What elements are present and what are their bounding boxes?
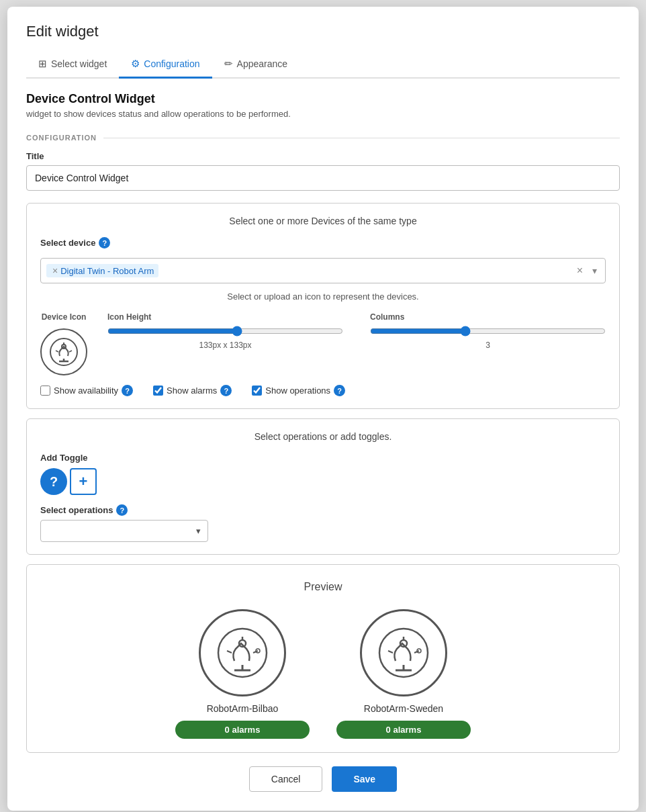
preview-title: Preview — [40, 581, 606, 593]
device-select-help-icon[interactable]: ? — [99, 237, 110, 249]
icon-preview-col: Device Icon — [40, 312, 87, 375]
device-select-row: Select device ? — [40, 237, 606, 249]
show-availability-checkbox[interactable] — [40, 386, 50, 396]
tab-select-widget[interactable]: ⊞ Select widget — [26, 52, 119, 79]
sliders-col: Icon Height 133px x 133px Columns 3 — [107, 312, 606, 350]
device-selection-card: Select one or more Devices of the same t… — [26, 203, 620, 409]
add-toggle-section: Add Toggle ? + — [40, 453, 606, 495]
select-ops-row: Select operations ? ▾ — [40, 504, 606, 542]
tag-dropdown-icon[interactable]: ▾ — [590, 265, 600, 276]
gear-icon: ⚙ — [131, 58, 140, 70]
preview-device-icon-1 — [360, 609, 447, 696]
preview-device-name-0: RobotArm-Bilbao — [207, 703, 279, 714]
svg-line-12 — [227, 651, 232, 653]
show-availability-checkbox-item: Show availability ? — [40, 385, 133, 396]
dialog-title: Edit widget — [26, 23, 620, 40]
preview-robot-arm-svg-1 — [377, 626, 430, 680]
icon-height-slider[interactable] — [107, 326, 343, 336]
title-input[interactable] — [26, 165, 620, 191]
tag-clear-icon[interactable]: × — [574, 265, 586, 277]
operations-card: Select operations or add toggles. Add To… — [26, 418, 620, 555]
device-icon-button[interactable] — [40, 328, 87, 375]
show-operations-checkbox[interactable] — [252, 386, 262, 396]
pencil-icon: ✏ — [224, 58, 233, 70]
svg-line-5 — [56, 351, 58, 352]
tag-close-icon[interactable]: × — [52, 265, 58, 276]
show-alarms-help-icon[interactable]: ? — [220, 385, 232, 396]
alarm-badge-1: 0 alarms — [336, 721, 471, 739]
title-field-label: Title — [26, 151, 620, 161]
icon-height-label: Icon Height — [107, 312, 343, 322]
device-select-label: Select device ? — [40, 237, 110, 249]
columns-slider-group: Columns 3 — [370, 312, 606, 350]
icon-height-slider-group: Icon Height 133px x 133px — [107, 312, 343, 350]
tab-configuration[interactable]: ⚙ Configuration — [119, 52, 212, 79]
preview-card: Preview RobotArm-Bilba — [26, 564, 620, 753]
device-section-title: Select one or more Devices of the same t… — [40, 216, 606, 226]
preview-devices: RobotArm-Bilbao 0 alarms — [40, 609, 606, 739]
alarm-badge-0: 0 alarms — [175, 721, 310, 739]
icon-controls: Device Icon — [40, 312, 606, 375]
show-operations-help-icon[interactable]: ? — [334, 385, 345, 396]
dropdown-arrow-icon: ▾ — [196, 526, 201, 536]
preview-device-1: RobotArm-Sweden 0 alarms — [336, 609, 471, 739]
device-tag-input[interactable]: × Digital Twin - Robot Arm × ▾ — [40, 258, 606, 283]
preview-device-name-1: RobotArm-Sweden — [364, 703, 443, 714]
show-availability-help-icon[interactable]: ? — [122, 385, 133, 396]
show-alarms-checkbox-item: Show alarms ? — [153, 385, 232, 396]
svg-line-6 — [69, 351, 72, 352]
show-alarms-checkbox[interactable] — [153, 386, 163, 396]
grid-icon: ⊞ — [38, 58, 47, 70]
checkboxes-row: Show availability ? Show alarms ? Show o… — [40, 385, 606, 396]
select-ops-help-icon[interactable]: ? — [116, 504, 128, 516]
robot-arm-svg — [49, 337, 79, 367]
svg-line-20 — [388, 651, 393, 653]
toggle-buttons: ? + — [40, 468, 606, 495]
widget-description: widget to show devices status and allow … — [26, 109, 620, 119]
columns-label: Columns — [370, 312, 606, 322]
configuration-section-label: CONFIGURATION — [26, 134, 620, 142]
show-operations-checkbox-item: Show operations ? — [252, 385, 345, 396]
edit-widget-dialog: Edit widget ⊞ Select widget ⚙ Configurat… — [7, 7, 639, 811]
preview-device-0: RobotArm-Bilbao 0 alarms — [175, 609, 310, 739]
preview-device-icon-0 — [199, 609, 286, 696]
icon-height-value: 133px x 133px — [107, 341, 343, 350]
icon-section-title: Select or upload an icon to represent th… — [40, 291, 606, 302]
tabs-bar: ⊞ Select widget ⚙ Configuration ✏ Appear… — [26, 52, 620, 79]
device-icon-label: Device Icon — [42, 312, 87, 322]
toggle-help-button[interactable]: ? — [40, 468, 67, 495]
toggle-add-button[interactable]: + — [70, 468, 97, 495]
preview-robot-arm-svg-0 — [216, 626, 269, 680]
footer-buttons: Cancel Save — [26, 766, 620, 792]
columns-value: 3 — [370, 341, 606, 350]
select-operations-dropdown[interactable]: ▾ — [40, 520, 208, 542]
select-ops-label: Select operations ? — [40, 504, 606, 516]
columns-slider[interactable] — [370, 326, 606, 336]
save-button[interactable]: Save — [332, 766, 397, 792]
tab-appearance[interactable]: ✏ Appearance — [212, 52, 300, 79]
add-toggle-label: Add Toggle — [40, 453, 606, 463]
widget-name: Device Control Widget — [26, 92, 620, 106]
cancel-button[interactable]: Cancel — [249, 766, 323, 792]
operations-section-title: Select operations or add toggles. — [40, 431, 606, 442]
selected-device-tag: × Digital Twin - Robot Arm — [46, 264, 158, 277]
